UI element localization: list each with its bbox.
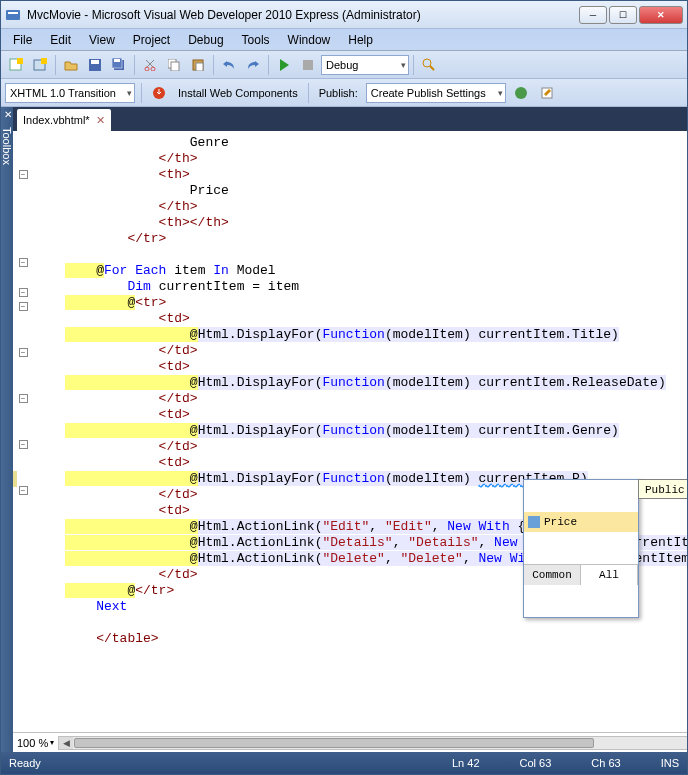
toolbox-pin-icon[interactable]: ✕: [4, 109, 12, 120]
fold-toggle[interactable]: −: [19, 170, 28, 179]
tab-label: Index.vbhtml*: [23, 114, 90, 126]
open-button[interactable]: [60, 54, 82, 76]
svg-rect-10: [114, 59, 120, 62]
gutter: [33, 131, 63, 732]
save-button[interactable]: [84, 54, 106, 76]
menu-help[interactable]: Help: [340, 31, 381, 49]
svg-rect-7: [91, 60, 99, 64]
find-button[interactable]: [418, 54, 440, 76]
start-debug-button[interactable]: [273, 54, 295, 76]
tab-close-icon[interactable]: ✕: [96, 114, 105, 127]
doctype-dropdown[interactable]: XHTML 1.0 Transition: [5, 83, 135, 103]
toolbar-main: Debug: [1, 51, 687, 79]
horizontal-scrollbar[interactable]: ◀ ▶: [58, 736, 688, 750]
code-editor[interactable]: − − − − − − − − Genre: [13, 131, 688, 732]
editor-area: Index.vbhtml* ✕ ▾ − − − − − − −: [13, 107, 688, 752]
redo-button[interactable]: [242, 54, 264, 76]
toolbar-secondary: XHTML 1.0 Transition Install Web Compone…: [1, 79, 687, 107]
paste-button[interactable]: [187, 54, 209, 76]
svg-rect-3: [17, 58, 23, 64]
workspace: ✕ Toolbox Index.vbhtml* ✕ ▾ − − − − −: [1, 107, 687, 752]
publish-dropdown[interactable]: Create Publish Settings: [366, 83, 506, 103]
publish-web-button[interactable]: [510, 82, 532, 104]
undo-button[interactable]: [218, 54, 240, 76]
status-ins: INS: [661, 757, 679, 769]
svg-rect-5: [41, 58, 47, 64]
fold-toggle[interactable]: −: [19, 486, 28, 495]
new-website-button[interactable]: [29, 54, 51, 76]
menu-tools[interactable]: Tools: [234, 31, 278, 49]
intellisense-item[interactable]: Price: [524, 512, 638, 532]
app-icon: [5, 7, 21, 23]
document-tab[interactable]: Index.vbhtml* ✕: [17, 109, 111, 131]
intellisense-popup[interactable]: Price Common All Public Prope: [523, 479, 688, 618]
svg-rect-14: [171, 62, 179, 71]
menu-file[interactable]: File: [5, 31, 40, 49]
svg-rect-0: [6, 10, 20, 20]
status-ready: Ready: [9, 757, 41, 769]
zoom-dropdown[interactable]: 100 %▾: [17, 737, 54, 749]
copy-button[interactable]: [163, 54, 185, 76]
toolbox-label: Toolbox: [1, 127, 13, 165]
fold-toggle[interactable]: −: [19, 258, 28, 267]
intellisense-tab-all[interactable]: All: [581, 565, 638, 585]
fold-toggle[interactable]: −: [19, 348, 28, 357]
code-content[interactable]: Genre </th> <th> Price </th> <th></th> <…: [63, 131, 688, 732]
document-tabbar: Index.vbhtml* ✕ ▾: [13, 107, 688, 131]
minimize-button[interactable]: ─: [579, 6, 607, 24]
titlebar: MvcMovie - Microsoft Visual Web Develope…: [1, 1, 687, 29]
editor-bottom-bar: 100 %▾ ◀ ▶: [13, 732, 688, 752]
fold-toggle[interactable]: −: [19, 288, 28, 297]
publish-edit-button[interactable]: [536, 82, 558, 104]
hscroll-thumb[interactable]: [74, 738, 594, 748]
statusbar: Ready Ln 42 Col 63 Ch 63 INS: [1, 752, 687, 774]
scroll-left-button[interactable]: ◀: [59, 737, 73, 749]
menu-edit[interactable]: Edit: [42, 31, 79, 49]
svg-point-20: [515, 87, 527, 99]
status-col: Col 63: [520, 757, 552, 769]
svg-rect-16: [196, 63, 203, 71]
menu-window[interactable]: Window: [280, 31, 339, 49]
property-icon: [528, 516, 540, 528]
intellisense-item-label: Price: [544, 514, 577, 530]
window-title: MvcMovie - Microsoft Visual Web Develope…: [27, 8, 579, 22]
fold-toggle[interactable]: −: [19, 302, 28, 311]
menu-debug[interactable]: Debug: [180, 31, 231, 49]
outline-margin: − − − − − − − −: [13, 131, 33, 732]
status-ch: Ch 63: [591, 757, 620, 769]
install-components-label[interactable]: Install Web Components: [174, 87, 302, 99]
svg-point-18: [423, 59, 431, 67]
save-all-button[interactable]: [108, 54, 130, 76]
svg-rect-17: [303, 60, 313, 70]
toolbox-panel[interactable]: ✕ Toolbox: [1, 107, 13, 752]
config-dropdown[interactable]: Debug: [321, 55, 409, 75]
cut-button[interactable]: [139, 54, 161, 76]
maximize-button[interactable]: ☐: [609, 6, 637, 24]
install-components-icon[interactable]: [148, 82, 170, 104]
intellisense-tooltip: Public Prope: [638, 479, 688, 499]
menu-view[interactable]: View: [81, 31, 123, 49]
status-line: Ln 42: [452, 757, 480, 769]
svg-rect-1: [8, 12, 18, 14]
fold-toggle[interactable]: −: [19, 440, 28, 449]
menu-project[interactable]: Project: [125, 31, 178, 49]
fold-toggle[interactable]: −: [19, 394, 28, 403]
new-project-button[interactable]: [5, 54, 27, 76]
close-button[interactable]: ✕: [639, 6, 683, 24]
intellisense-tab-common[interactable]: Common: [524, 565, 581, 585]
stop-debug-button[interactable]: [297, 54, 319, 76]
menubar: File Edit View Project Debug Tools Windo…: [1, 29, 687, 51]
publish-label: Publish:: [315, 87, 362, 99]
